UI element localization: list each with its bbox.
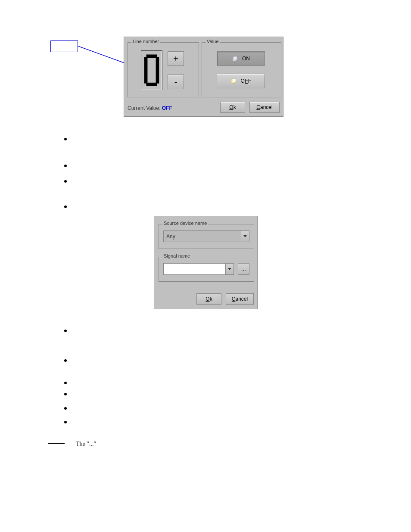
bullet: [64, 407, 67, 410]
browse-label: ...: [241, 266, 246, 272]
bullet: [64, 180, 67, 183]
groupbox-title-signal: Signal name: [162, 253, 191, 258]
browse-button[interactable]: ...: [238, 263, 249, 275]
seven-segment-display: [141, 50, 162, 90]
signal-dropdown-button[interactable]: [225, 264, 234, 274]
dialog-source-signal: Source device name Any Signal name ... O…: [154, 216, 258, 309]
current-value-row: Current Value: OFF: [128, 105, 172, 111]
groupbox-title-line-number: Line number: [131, 39, 160, 44]
callout-box: [50, 40, 78, 52]
dialog-line-number: Line number + - Value ON: [124, 37, 283, 117]
groupbox-signal: Signal name ...: [159, 257, 254, 282]
bullet: [64, 138, 67, 140]
groupbox-line-number: Line number + -: [128, 42, 199, 97]
cancel-button-2[interactable]: Cancel: [226, 293, 254, 305]
signal-combobox[interactable]: [163, 263, 234, 275]
svg-rect-5: [232, 79, 236, 82]
svg-marker-7: [228, 268, 231, 270]
on-button[interactable]: ON: [217, 51, 265, 66]
current-value: OFF: [162, 105, 172, 111]
source-dropdown-button[interactable]: [241, 231, 249, 242]
plus-button[interactable]: +: [168, 51, 184, 66]
on-icon: [232, 56, 238, 62]
plus-label: +: [173, 54, 178, 64]
lower-text: The "...": [76, 441, 96, 448]
groupbox-value: Value ON OFF: [202, 42, 281, 97]
chevron-down-icon: [243, 235, 247, 238]
svg-marker-6: [243, 235, 247, 237]
line-mark: [48, 443, 65, 444]
svg-rect-3: [234, 56, 237, 60]
groupbox-title-value: Value: [206, 39, 220, 44]
bullet: [64, 359, 67, 362]
bullet: [64, 165, 67, 167]
minus-label: -: [174, 77, 177, 87]
ok-button-2[interactable]: Ok: [196, 293, 221, 305]
bullet: [64, 421, 67, 423]
groupbox-title-source: Source device name: [162, 221, 208, 226]
bullet: [64, 330, 67, 332]
bullet: [64, 393, 67, 395]
on-label: ON: [242, 56, 250, 62]
bullet: [64, 382, 67, 384]
source-combobox[interactable]: Any: [163, 230, 249, 242]
off-label-o: O: [241, 78, 245, 84]
bullet: [64, 205, 67, 208]
minus-button[interactable]: -: [168, 75, 184, 89]
cancel-button[interactable]: Cancel: [249, 102, 280, 113]
current-value-label: Current Value:: [128, 105, 162, 111]
off-label-f2: F: [248, 78, 252, 84]
off-button[interactable]: OFF: [217, 74, 265, 88]
ok-button[interactable]: Ok: [220, 102, 245, 113]
off-icon: [230, 78, 237, 84]
chevron-down-icon: [228, 268, 231, 271]
groupbox-source: Source device name Any: [159, 224, 254, 249]
source-value: Any: [164, 233, 241, 240]
off-label-f: F: [245, 78, 248, 84]
